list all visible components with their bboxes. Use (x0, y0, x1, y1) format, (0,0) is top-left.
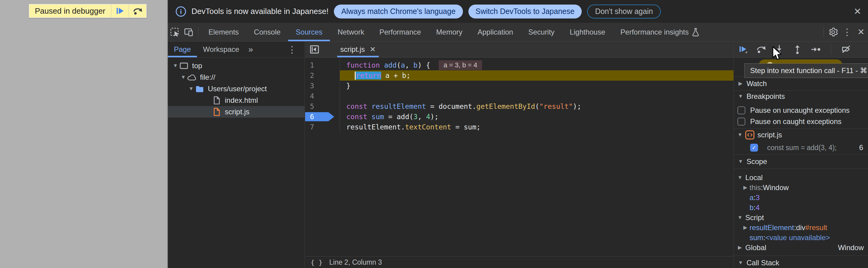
sources-navigator: Page Workspace » ⋮ ▼top▼file://▼Users/us… (168, 41, 305, 268)
tab-security[interactable]: Security (521, 23, 562, 41)
breakpoint-options: Pause on uncaught exceptionsPause on cau… (734, 102, 868, 129)
settings-button[interactable] (826, 23, 840, 41)
devtools-screenshot: Paused in debugger i DevTools is now ava… (0, 0, 868, 268)
chevron-down-icon: ▼ (738, 260, 743, 266)
tab-console[interactable]: Console (246, 23, 288, 41)
scope-group-script[interactable]: ▼Script (734, 212, 868, 222)
pretty-print-button[interactable]: { } (311, 259, 323, 266)
banner-resume-button[interactable] (111, 4, 128, 17)
editor-tab-scriptjs[interactable]: script.js ✕ (337, 41, 379, 57)
line-number-2[interactable]: 2 (305, 70, 340, 81)
folder-icon (194, 85, 205, 93)
scope-var-name: this (749, 183, 761, 192)
chevron-down-icon[interactable]: ▼ (180, 74, 187, 80)
section-call-stack[interactable]: ▼ Call Stack (734, 256, 868, 268)
main-toolbar: ElementsConsoleSourcesNetworkPerformance… (168, 23, 868, 41)
page-content-area: Paused in debugger (0, 0, 168, 268)
tab-sources[interactable]: Sources (288, 23, 330, 41)
kebab-menu-icon: ⋮ (287, 44, 297, 55)
code-token: add (384, 61, 397, 69)
gutter-separator (340, 58, 340, 132)
line-number-1[interactable]: 1 (305, 60, 340, 70)
inline-eval-widget: a = 3, b = 4 (439, 60, 482, 70)
cursor-position-label: Line 2, Column 3 (329, 258, 382, 267)
navigator-tab-page[interactable]: Page (168, 41, 197, 57)
option-pause-on-caught-exceptions: Pause on caught exceptions (734, 116, 868, 127)
mouse-cursor (772, 46, 784, 62)
step-button[interactable] (810, 41, 821, 57)
code-token: ); (430, 113, 439, 121)
inspect-element-button[interactable] (168, 23, 182, 41)
tree-item-top[interactable]: ▼top (168, 60, 305, 71)
debugger-toolbar (734, 41, 868, 58)
tree-item-script-js[interactable]: script.js (168, 106, 305, 118)
line-number-7[interactable]: 7 (305, 122, 340, 132)
close-devtools-button[interactable]: ✕ (854, 23, 868, 41)
scope-var-this[interactable]: ▶this: Window (734, 182, 868, 192)
scope-var-sum: sum: <value unavailable> (734, 233, 868, 242)
scope-var-value: Window (763, 183, 788, 192)
call-stack-label: Call Stack (746, 259, 779, 267)
section-watch[interactable]: ▶ Watch (734, 77, 868, 90)
tree-item-label: file:// (200, 73, 215, 82)
section-breakpoints[interactable]: ▼ Breakpoints (734, 90, 868, 102)
tree-item-users-user-project[interactable]: ▼Users/user/project (168, 83, 305, 95)
match-language-button[interactable]: Always match Chrome's language (334, 4, 463, 19)
breakpoint-file-group[interactable]: ▼ script.js (734, 129, 868, 141)
hide-navigator-button[interactable] (309, 44, 320, 55)
step-over-button[interactable] (755, 41, 767, 57)
banner-step-over-button[interactable] (128, 4, 146, 17)
breakpoint-badge[interactable]: 6 (305, 112, 334, 121)
tab-memory[interactable]: Memory (429, 23, 470, 41)
breakpoint-entry[interactable]: ✓ const sum = add(3, 4); 6 (734, 141, 868, 154)
breakpoint-line-number: 6 (859, 143, 863, 152)
chevron-down-icon: ▼ (737, 175, 742, 181)
scope-var-value-id: #result (805, 224, 827, 232)
resume-script-button[interactable] (737, 41, 748, 57)
navigator-tab-workspace[interactable]: Workspace (197, 41, 245, 57)
dont-show-again-button[interactable]: Don't show again (587, 4, 661, 19)
step-out-button[interactable] (792, 41, 803, 57)
checkbox-unchecked[interactable] (737, 107, 745, 114)
toolbar-divider (198, 27, 198, 37)
cloud-icon (187, 74, 197, 81)
code-token: , (405, 61, 413, 69)
scope-var-b: b: 4 (734, 203, 868, 212)
chevron-down-icon[interactable]: ▼ (172, 63, 179, 69)
line-number-6[interactable]: 6 (305, 112, 340, 122)
script-file-icon (745, 130, 754, 140)
scope-label: Scope (746, 157, 767, 166)
switch-japanese-button[interactable]: Switch DevTools to Japanese (468, 4, 582, 19)
checkbox-unchecked[interactable] (737, 118, 745, 125)
section-scope[interactable]: ▼ Scope (734, 154, 868, 169)
breakpoint-checkbox[interactable]: ✓ (750, 144, 758, 152)
notification-close-icon[interactable]: ✕ (854, 6, 861, 17)
tab-performance[interactable]: Performance (372, 23, 428, 41)
scope-var-value: div (796, 224, 805, 232)
line-number-3[interactable]: 3 (305, 81, 340, 91)
line-number-4[interactable]: 4 (305, 91, 340, 101)
line-number-5[interactable]: 5 (305, 101, 340, 112)
tree-item-index-html[interactable]: index.html (168, 95, 305, 106)
more-options-button[interactable]: ⋮ (840, 23, 854, 41)
tab-application[interactable]: Application (470, 23, 521, 41)
navigator-more-options-button[interactable]: ⋮ (285, 41, 299, 57)
scope-var-resultelement[interactable]: ▶resultElement: div#result (734, 222, 868, 233)
inspect-icon (170, 27, 180, 37)
tab-performance-insights[interactable]: Performance insights (613, 23, 707, 41)
tab-elements[interactable]: Elements (201, 23, 246, 41)
tab-lighthouse[interactable]: Lighthouse (562, 23, 613, 41)
tree-item-file[interactable]: ▼file:// (168, 71, 305, 83)
scope-group-global[interactable]: ▶GlobalWindow (734, 242, 868, 252)
close-tab-icon[interactable]: ✕ (370, 45, 376, 54)
deactivate-breakpoints-button[interactable] (841, 41, 851, 57)
code-token: 4 (426, 113, 430, 121)
scope-group-value: Window (838, 243, 864, 252)
more-tabs-button[interactable]: » (245, 44, 256, 54)
scope-group-local[interactable]: ▼Local (734, 173, 868, 182)
device-toolbar-button[interactable] (182, 23, 196, 41)
chevron-down-icon[interactable]: ▼ (188, 86, 194, 92)
step-out-icon (792, 44, 803, 55)
tab-network[interactable]: Network (330, 23, 372, 41)
toolbar-divider (824, 27, 824, 37)
